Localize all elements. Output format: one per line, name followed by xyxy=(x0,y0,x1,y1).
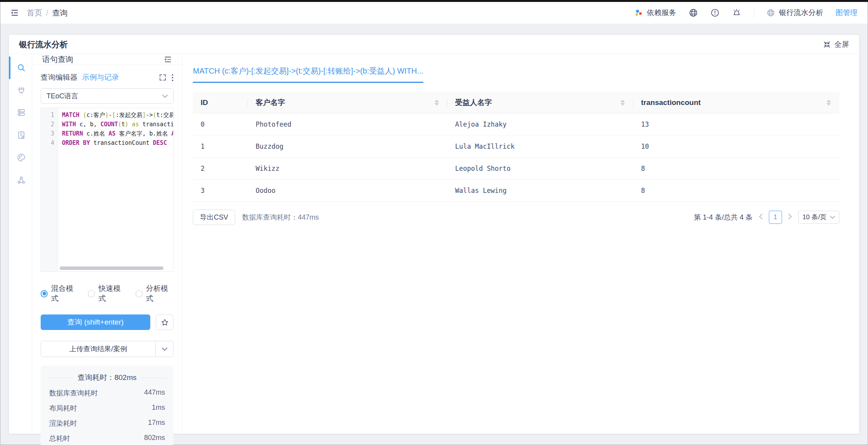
cell-beneficiary: Lula MacIllrick xyxy=(447,135,633,157)
mode-label: 快速模式 xyxy=(98,283,126,304)
cell-customer: Oodoo xyxy=(248,179,447,201)
stats-title: 查询耗时：802ms xyxy=(48,373,166,383)
sort-icon[interactable] xyxy=(435,100,439,106)
result-tab[interactable]: MATCH (c:客户)-[:发起交易]->(t:交易)-[:转账给]->(b:… xyxy=(193,66,423,83)
cell-id: 0 xyxy=(193,113,248,135)
cell-beneficiary: Leopold Shorto xyxy=(447,157,633,179)
breadcrumb-separator: / xyxy=(46,9,48,17)
run-query-button[interactable]: 查询 (shift+enter) xyxy=(41,314,150,330)
collapse-panel-icon[interactable] xyxy=(164,55,172,64)
main-panel: 银行流水分析 全屏 xyxy=(9,35,859,434)
sort-icon[interactable] xyxy=(620,100,625,106)
results-panel: MATCH (c:客户)-[:发起交易]->(t:交易)-[:转账给]->(b:… xyxy=(182,54,859,434)
table-row: 2 Wikizz Leopold Shorto 8 xyxy=(193,157,839,179)
page-size-value: 10 条/页 xyxy=(803,213,827,222)
stat-row-render: 渲染耗时 17ms xyxy=(49,419,165,428)
more-options-icon[interactable] xyxy=(172,74,174,81)
stat-value: 1ms xyxy=(152,404,165,413)
upload-results-button[interactable]: 上传查询结果/案例 xyxy=(41,341,174,357)
query-stats-card: 查询耗时：802ms 数据库查询耗时 447ms 布局耗时 1ms 渲染耗 xyxy=(41,366,174,445)
dependency-service-button[interactable]: 依赖服务 xyxy=(634,8,676,18)
language-select[interactable]: TEoC语言 xyxy=(41,88,174,104)
fullscreen-button[interactable]: 全屏 xyxy=(823,40,849,50)
prev-page-icon[interactable] xyxy=(758,213,763,222)
language-select-value: TEoC语言 xyxy=(46,91,78,101)
topbar-divider xyxy=(754,8,754,18)
chevron-down-icon xyxy=(162,94,168,98)
examples-link[interactable]: 示例与记录 xyxy=(82,72,119,82)
upload-caret-section[interactable] xyxy=(155,341,173,357)
query-panel-title: 语句查询 xyxy=(42,54,73,65)
stat-label: 总耗时 xyxy=(49,434,70,443)
info-icon[interactable] xyxy=(710,8,720,17)
rail-item-storage[interactable] xyxy=(9,101,32,124)
editor-gutter: 1 2 3 4 xyxy=(41,108,58,271)
graph-manage-link[interactable]: 图管理 xyxy=(835,8,858,18)
column-header-beneficiary: 受益人名字 xyxy=(447,92,633,113)
editor-horizontal-scrollbar[interactable] xyxy=(60,266,163,270)
tool-rail xyxy=(9,54,32,434)
mode-fast[interactable]: 快速模式 xyxy=(88,283,126,304)
column-header-transactioncount: transactioncount xyxy=(633,92,839,113)
cell-count: 13 xyxy=(633,113,839,135)
radio-selected-icon xyxy=(41,290,48,297)
fullscreen-icon xyxy=(823,41,831,48)
stat-label: 数据库查询耗时 xyxy=(49,388,98,398)
cell-count: 8 xyxy=(633,179,839,201)
plug-icon xyxy=(17,86,26,95)
globe-icon[interactable] xyxy=(689,8,698,17)
cell-id: 3 xyxy=(193,179,248,201)
alarm-icon[interactable] xyxy=(732,8,741,17)
rail-item-search[interactable] xyxy=(9,57,32,79)
panel-title: 银行流水分析 xyxy=(19,39,68,50)
mode-mixed[interactable]: 混合模式 xyxy=(41,283,79,304)
graph-nodes-icon xyxy=(17,175,26,185)
rail-item-plugin[interactable] xyxy=(9,79,32,101)
sort-icon[interactable] xyxy=(827,100,831,106)
expand-editor-icon[interactable] xyxy=(159,74,166,81)
code-editor[interactable]: 1 2 3 4 MATCH (c:客户)-[:发起交易]->(t:交易)- WI… xyxy=(41,108,174,272)
dependency-cluster-icon xyxy=(634,9,643,17)
pagination-total: 第 1-4 条/总共 4 条 xyxy=(694,213,753,222)
mode-label: 混合模式 xyxy=(51,283,79,304)
stats-title-label: 查询耗时： xyxy=(77,373,114,381)
column-header-customer: 客户名字 xyxy=(248,92,447,113)
cell-customer: Buzzdog xyxy=(248,135,447,157)
rail-item-style[interactable] xyxy=(9,146,32,169)
column-header-id: ID xyxy=(193,92,248,113)
editor-label: 查询编辑器 xyxy=(41,72,77,82)
table-header-row: ID 客户名字 受益人名字 xyxy=(193,92,839,113)
breadcrumb-home[interactable]: 首页 xyxy=(27,8,42,18)
table-row: 3 Oodoo Wallas Lewing 8 xyxy=(193,179,839,201)
dependency-service-label: 依赖服务 xyxy=(647,8,676,18)
code-area[interactable]: MATCH (c:客户)-[:发起交易]->(t:交易)- WITH c, b,… xyxy=(58,108,173,271)
topbar: 首页 / 查询 依赖服务 xyxy=(0,2,868,24)
breadcrumb-current: 查询 xyxy=(52,8,68,18)
next-page-icon[interactable] xyxy=(787,213,793,222)
search-icon xyxy=(17,63,26,72)
favorite-button[interactable] xyxy=(156,314,174,330)
palette-icon xyxy=(17,153,26,162)
cell-beneficiary: Alejoa Izhaky xyxy=(447,113,633,135)
rail-item-graph-tools[interactable] xyxy=(9,169,32,191)
page-size-select[interactable]: 10 条/页 xyxy=(798,211,839,224)
fullscreen-label: 全屏 xyxy=(834,40,849,50)
code-line: WITH c, b, COUNT(t) as transactionCo xyxy=(62,120,173,129)
export-csv-button[interactable]: 导出CSV xyxy=(193,210,235,225)
cell-customer: Wikizz xyxy=(248,157,447,179)
menu-fold-icon[interactable] xyxy=(10,9,19,17)
cell-count: 8 xyxy=(633,157,839,179)
upload-results-label: 上传查询结果/案例 xyxy=(41,341,155,357)
stat-row-layout: 布局耗时 1ms xyxy=(49,404,165,413)
code-line: MATCH (c:客户)-[:发起交易]->(t:交易)- xyxy=(62,110,173,120)
radio-icon xyxy=(136,290,143,297)
page-number-button[interactable]: 1 xyxy=(769,211,782,224)
current-graph[interactable]: 银行流水分析 xyxy=(767,8,823,18)
code-line: ORDER BY transactionCount DESC xyxy=(62,138,173,148)
query-panel: 语句查询 查询编辑器 示例与记录 xyxy=(32,54,182,434)
table-footer: 导出CSV 数据库查询耗时：447ms 第 1-4 条/总共 4 条 1 xyxy=(193,210,839,225)
rail-item-records[interactable] xyxy=(9,124,32,146)
graph-globe-icon xyxy=(767,9,775,17)
mode-analysis[interactable]: 分析模式 xyxy=(136,283,174,304)
star-icon xyxy=(161,318,169,326)
